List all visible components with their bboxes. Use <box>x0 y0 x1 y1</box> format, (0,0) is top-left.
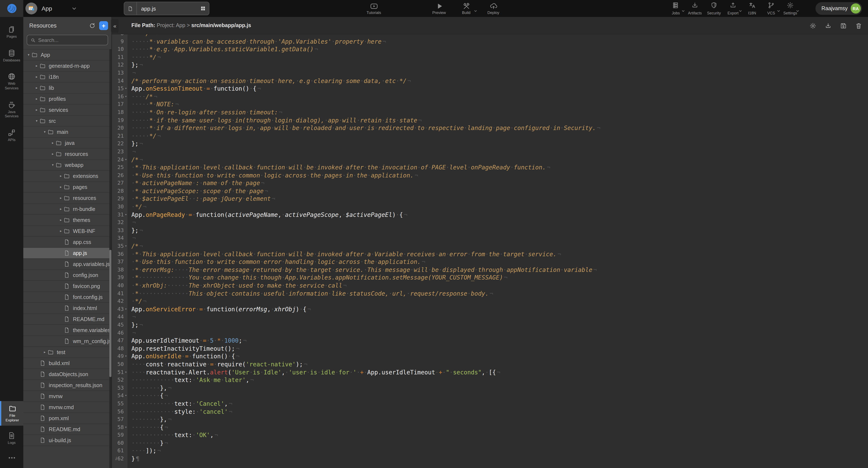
code-line-26[interactable]: 26·*·Use·this·function·to·write·common·l… <box>112 171 868 179</box>
fold-caret-icon[interactable]: ▾ <box>124 156 128 164</box>
code-line-39[interactable]: 39·*··············You·can·change·this·th… <box>112 274 868 282</box>
expand-arrow-icon[interactable]: ▸ <box>34 97 39 101</box>
tree-row-themes[interactable]: ▸themes <box>23 215 112 226</box>
code-line-32[interactable]: 32¬ <box>112 219 868 227</box>
code-line-46[interactable]: 46¬ <box>112 329 868 337</box>
code-line-59[interactable]: 59············text:·'OK',¬ <box>112 431 868 439</box>
code-line-14[interactable]: 14/*·perform·any·action·on·session·timeo… <box>112 77 868 85</box>
code-line-37[interactable]: 37·*·Use·this·function·to·write·common·e… <box>112 258 868 266</box>
code-line-27[interactable]: 27·*·activePageName·:·name·of·the·page¬ <box>112 179 868 187</box>
code-editor[interactable]: 8▾····/*¬9·····*·variables·can·be·access… <box>112 34 868 468</box>
wavemaker-logo[interactable] <box>0 0 23 17</box>
project-chevron-down-icon[interactable] <box>71 0 77 17</box>
tree-row-resources[interactable]: ▸resources <box>23 193 112 204</box>
fold-caret-icon[interactable]: ▾ <box>124 305 128 313</box>
sidebar-item-logs[interactable]: Logs <box>0 428 23 448</box>
code-line-61[interactable]: 61····]);¬ <box>112 447 868 455</box>
sidebar-item-web-services[interactable]: WebServices <box>0 69 23 94</box>
code-line-60[interactable]: 60········}¬ <box>112 439 868 447</box>
expand-arrow-icon[interactable]: ▸ <box>50 152 56 156</box>
expand-arrow-icon[interactable]: ▸ <box>34 86 39 90</box>
code-line-40[interactable]: 40·*·xhrObj:······The·xhrObject·used·to·… <box>112 282 868 290</box>
tree-row-build.xml[interactable]: build.xml <box>23 358 112 369</box>
code-line-50[interactable]: 50····const·reactnative·=·require('react… <box>112 360 868 368</box>
delete-file-button[interactable] <box>855 22 862 29</box>
code-line-44[interactable]: 44¬ <box>112 313 868 321</box>
tree-row-font.config.js[interactable]: font.config.js <box>23 292 112 303</box>
more-options-button[interactable] <box>0 451 23 462</box>
code-line-56[interactable]: 56············style:·'cancel'¬ <box>112 408 868 415</box>
tree-row-inspection_results.json[interactable]: inspection_results.json <box>23 380 112 391</box>
user-menu[interactable]: Raajvamsy RA <box>815 2 862 15</box>
code-line-48[interactable]: 48App.resetInactivityTimeout();¬ <box>112 345 868 353</box>
code-line-21[interactable]: 21·····*/¬ <box>112 132 868 140</box>
code-line-45[interactable]: 45};¬ <box>112 321 868 329</box>
code-line-51[interactable]: 51▾····reactnative.Alert.alert('User·is·… <box>112 368 868 376</box>
tree-row-wm_rn_config.js[interactable]: wm_rn_config.js <box>23 336 112 347</box>
fold-caret-icon[interactable]: ▾ <box>124 34 128 37</box>
expand-arrow-icon[interactable]: ▸ <box>42 350 48 354</box>
tree-row-pages[interactable]: ▸pages <box>23 182 112 193</box>
topnav-vcs-button[interactable]: VCS <box>762 2 781 15</box>
code-line-42[interactable]: 42·*/¬ <box>112 297 868 305</box>
expand-arrow-icon[interactable]: ▸ <box>34 108 39 112</box>
collapse-panel-button[interactable]: « <box>111 19 119 33</box>
tab-app-js[interactable]: app.js <box>124 2 209 15</box>
tree-row-test[interactable]: ▸test <box>23 347 112 358</box>
toolbar-deploy-button[interactable]: Deploy <box>480 2 507 14</box>
tree-row-theme.variables.less[interactable]: theme.variables.less <box>23 325 112 336</box>
sidebar-item-file-explorer[interactable]: FileExplorer <box>0 401 23 426</box>
code-line-55[interactable]: 55············text:·'Cancel',¬ <box>112 400 868 408</box>
code-line-11[interactable]: 11·····*/¬ <box>112 53 868 61</box>
tree-row-index.html[interactable]: index.html <box>23 303 112 314</box>
project-selector[interactable]: App <box>25 0 52 17</box>
code-line-12[interactable]: 12};¬ <box>112 61 868 69</box>
tree-row-resources[interactable]: ▸resources <box>23 149 112 160</box>
topnav-jobs-button[interactable]: Jobs <box>666 2 685 15</box>
tree-scrollbar-thumb[interactable] <box>110 250 112 377</box>
tree-row-java[interactable]: ▸java <box>23 138 112 149</box>
tree-row-favicon.png[interactable]: favicon.png <box>23 281 112 292</box>
expand-arrow-icon[interactable]: ▸ <box>58 207 64 211</box>
tree-row-app.variables.js[interactable]: app.variables.js <box>23 259 112 270</box>
code-line-24[interactable]: 24▾/*¬ <box>112 156 868 164</box>
tree-row-main[interactable]: ▾main <box>23 127 112 138</box>
tree-row-services[interactable]: ▸services <box>23 105 112 115</box>
tree-row-readme.md[interactable]: README.md <box>23 314 112 325</box>
code-line-22[interactable]: 22};¬ <box>112 140 868 148</box>
expand-arrow-icon[interactable]: ▸ <box>34 64 39 68</box>
tree-row-profiles[interactable]: ▸profiles <box>23 94 112 105</box>
code-line-17[interactable]: 17·····*·NOTE:¬ <box>112 101 868 108</box>
save-file-button[interactable] <box>840 22 847 29</box>
code-line-38[interactable]: 38·*·errorMsg:····The·error·message·retu… <box>112 266 868 274</box>
sidebar-item-java-services[interactable]: JavaServices <box>0 97 23 122</box>
code-line-33[interactable]: 33};¬ <box>112 227 868 234</box>
code-line-58[interactable]: 58▾········{¬ <box>112 423 868 431</box>
code-line-36[interactable]: 36·*·This·application·level·callback·fun… <box>112 250 868 258</box>
chevron-down-icon[interactable] <box>739 7 742 14</box>
code-line-23[interactable]: 23¬ <box>112 148 868 156</box>
code-line-28[interactable]: 28·*·activePageScope:·scope·of·the·page¬ <box>112 187 868 195</box>
search-box[interactable] <box>27 35 108 45</box>
toolbar-build-button[interactable]: Build <box>453 2 480 14</box>
chevron-down-icon[interactable] <box>796 7 799 14</box>
code-line-29[interactable]: 29·*·$activePageEl··:·page·jQuery·elemen… <box>112 195 868 203</box>
code-line-30[interactable]: 30·*/¬ <box>112 203 868 211</box>
tree-row-app.css[interactable]: app.css <box>23 237 112 248</box>
expand-arrow-icon[interactable]: ▸ <box>34 75 39 79</box>
tree-row-dataobjects.json[interactable]: dataObjects.json <box>23 369 112 380</box>
topnav-export-button[interactable]: Export <box>723 2 743 15</box>
tree-row-i18n[interactable]: ▸i18n <box>23 72 112 82</box>
fold-caret-icon[interactable]: ▾ <box>124 353 128 360</box>
tree-row-readme.md[interactable]: README.md <box>23 424 112 435</box>
file-settings-button[interactable] <box>809 22 816 29</box>
refresh-icon[interactable] <box>89 23 95 28</box>
collapse-arrow-icon[interactable]: ▾ <box>50 163 56 167</box>
expand-arrow-icon[interactable]: ▸ <box>58 229 64 233</box>
fold-caret-icon[interactable]: ▾ <box>124 423 128 431</box>
tree-row-src[interactable]: ▾src <box>23 115 112 127</box>
tab-grid-icon[interactable] <box>197 6 209 11</box>
tree-row-app.js[interactable]: app.js <box>23 248 112 259</box>
collapse-arrow-icon[interactable]: ▾ <box>34 119 39 123</box>
code-line-57[interactable]: 57········},¬ <box>112 415 868 423</box>
